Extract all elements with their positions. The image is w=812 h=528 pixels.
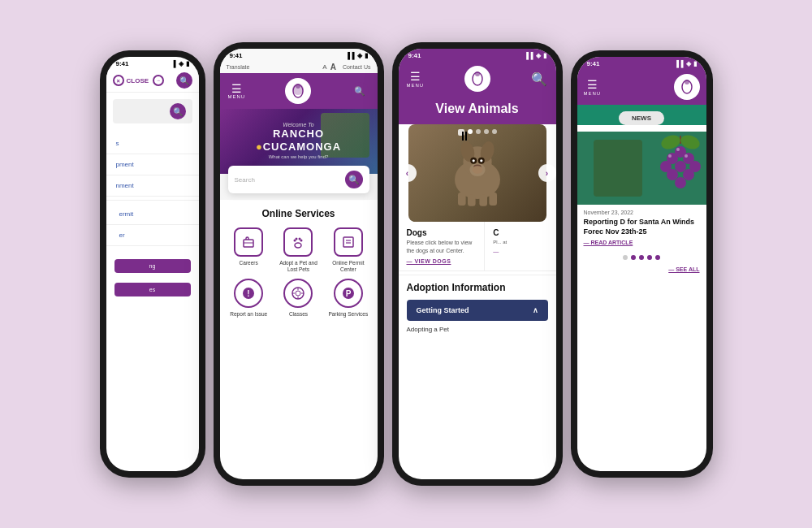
hamburger-icon[interactable]: ☰ bbox=[231, 83, 242, 94]
service-classes[interactable]: Classes bbox=[276, 279, 321, 318]
svg-rect-11 bbox=[343, 237, 353, 247]
careers-label: Careers bbox=[240, 260, 258, 266]
svg-point-10 bbox=[299, 238, 301, 240]
hamburger-icon-p4[interactable]: ☰ bbox=[587, 78, 598, 91]
phone2-navbar: ☰ MENU 🔍 bbox=[220, 73, 378, 109]
phones-container: 9:41 ▐ ◈ ▮ ✕ CLOSE → 🔍 🔍 bbox=[84, 26, 729, 502]
svg-point-56 bbox=[667, 169, 678, 180]
search-submit-p2[interactable]: 🔍 bbox=[345, 171, 363, 188]
phone2-topbar: Translate A A Contact Us bbox=[220, 61, 378, 73]
news-tab[interactable]: NEWS bbox=[619, 111, 664, 125]
dot-3[interactable] bbox=[639, 255, 644, 260]
carousel-dot-1[interactable] bbox=[468, 129, 473, 134]
parking-label: Parking Services bbox=[328, 311, 368, 318]
svg-point-60 bbox=[668, 154, 672, 158]
service-permit[interactable]: Online Permit Center bbox=[326, 227, 370, 274]
signal-p4: ▐▐ bbox=[674, 60, 683, 67]
permit-icon bbox=[334, 227, 363, 257]
phone2-search[interactable]: Search 🔍 bbox=[228, 166, 369, 193]
svg-point-61 bbox=[685, 154, 688, 158]
svg-text:!: ! bbox=[247, 289, 249, 298]
phone4-navbar: ☰ MENU bbox=[577, 69, 706, 105]
svg-rect-39 bbox=[468, 194, 476, 206]
search-button-p2[interactable]: 🔍 bbox=[351, 82, 369, 100]
expand-icon: ∧ bbox=[533, 306, 538, 314]
view-dogs-link[interactable]: — VIEW DOGS bbox=[407, 258, 477, 264]
svg-rect-46 bbox=[594, 140, 642, 197]
read-article-link[interactable]: — READ ARTICLE bbox=[584, 240, 700, 245]
carousel-dot-3[interactable] bbox=[484, 129, 489, 134]
carousel-next[interactable]: › bbox=[538, 164, 556, 182]
battery-icon-p2: ▮ bbox=[365, 52, 368, 59]
phone4: 9:41 ▐▐ ◈ ▮ ☰ MENU NEWS bbox=[571, 50, 713, 478]
search-button-p1[interactable]: 🔍 bbox=[176, 72, 192, 89]
svg-point-35 bbox=[480, 159, 482, 162]
services-grid: Careers Adopt a Pet and Lost Pets bbox=[227, 227, 371, 318]
status-icons: ▐ ◈ ▮ bbox=[171, 60, 189, 67]
animal-name2: C bbox=[493, 228, 547, 237]
status-time-p2: 9:41 bbox=[230, 52, 243, 59]
view-link2[interactable]: — bbox=[493, 249, 547, 254]
phone2-screen: 9:41 ▐▐ ◈ ▮ Translate A A Contact Us bbox=[220, 49, 378, 479]
contact-us-link[interactable]: Contact Us bbox=[343, 64, 371, 70]
service-adopt-pet[interactable]: Adopt a Pet and Lost Pets bbox=[276, 227, 321, 274]
carousel-dots: ⏸ bbox=[458, 129, 497, 136]
animal-carousel[interactable]: ⏸ bbox=[408, 124, 546, 222]
see-all-link[interactable]: — SEE ALL bbox=[577, 265, 706, 274]
cta-button-1[interactable]: ng bbox=[114, 259, 191, 273]
search-icon-p1[interactable]: 🔍 bbox=[170, 103, 186, 119]
carousel-prev[interactable]: ‹ bbox=[399, 164, 417, 182]
wifi-icon-p2: ◈ bbox=[357, 52, 362, 59]
translate-label[interactable]: Translate bbox=[227, 64, 250, 70]
view-animals-title: View Animals bbox=[399, 97, 556, 124]
svg-point-3 bbox=[296, 84, 300, 89]
menu-item-2[interactable]: pment bbox=[106, 154, 199, 175]
hamburger-icon-p3[interactable]: ☰ bbox=[410, 70, 421, 83]
close-button[interactable]: ✕ CLOSE → bbox=[113, 75, 165, 86]
carousel-dot-2[interactable] bbox=[476, 129, 481, 134]
nav-logo-p3 bbox=[464, 66, 490, 92]
svg-point-6 bbox=[295, 243, 301, 248]
svg-rect-40 bbox=[479, 194, 487, 206]
menu-item-permit[interactable]: ermit bbox=[106, 204, 199, 225]
svg-point-54 bbox=[675, 161, 686, 172]
dot-4[interactable] bbox=[647, 255, 652, 260]
hero-subtitle: What can we help you find? bbox=[228, 154, 369, 159]
news-article: November 23, 2022 Reporting D for Santa … bbox=[577, 205, 706, 250]
hero-city-line1: RANCHO bbox=[228, 128, 369, 141]
svg-point-57 bbox=[683, 169, 694, 180]
nav-logo bbox=[285, 78, 311, 104]
dot-2[interactable] bbox=[631, 255, 636, 260]
status-icons-p4: ▐▐ ◈ ▮ bbox=[674, 60, 696, 67]
phone3: 9:41 ▐▐ ◈ ▮ ☰ MENU 🔍 View Animals bbox=[392, 42, 563, 486]
search-button-p3[interactable]: 🔍 bbox=[531, 71, 547, 87]
careers-icon bbox=[234, 227, 263, 257]
font-large-btn[interactable]: A bbox=[330, 63, 336, 71]
svg-point-42 bbox=[676, 76, 698, 98]
news-headline: Reporting D for Santa An Winds Forec Nov… bbox=[584, 218, 700, 236]
pet-paw-icon bbox=[283, 227, 313, 257]
service-parking[interactable]: P Parking Services bbox=[326, 279, 370, 318]
adopting-pet-item[interactable]: Adopting a Pet bbox=[407, 321, 548, 335]
service-careers[interactable]: Careers bbox=[227, 227, 271, 274]
menu-item-3[interactable]: nment bbox=[106, 175, 199, 197]
font-small-btn[interactable]: A bbox=[322, 63, 326, 71]
menu-item-1[interactable]: s bbox=[106, 133, 199, 154]
pagination-dots bbox=[577, 250, 706, 265]
menu-item-center[interactable]: er bbox=[106, 225, 199, 246]
dot-5[interactable] bbox=[655, 255, 660, 260]
report-label: Report an Issue bbox=[230, 311, 267, 318]
dot-1[interactable] bbox=[623, 255, 628, 260]
status-time: 9:41 bbox=[116, 60, 129, 67]
getting-started-button[interactable]: Getting Started ∧ bbox=[407, 300, 548, 321]
signal-icon: ▐ bbox=[171, 60, 176, 67]
search-input-p2[interactable]: Search bbox=[235, 176, 255, 184]
phone1-menu: s pment nment ermit er bbox=[106, 130, 199, 249]
cta-button-2[interactable]: es bbox=[114, 283, 191, 296]
arrow-right-icon: → bbox=[153, 75, 164, 86]
service-report[interactable]: ! Report an Issue bbox=[227, 279, 271, 318]
svg-point-37 bbox=[472, 166, 482, 174]
carousel-dot-4[interactable] bbox=[492, 129, 497, 134]
phone1-screen: 9:41 ▐ ◈ ▮ ✕ CLOSE → 🔍 🔍 bbox=[106, 57, 199, 471]
report-icon: ! bbox=[234, 279, 263, 308]
